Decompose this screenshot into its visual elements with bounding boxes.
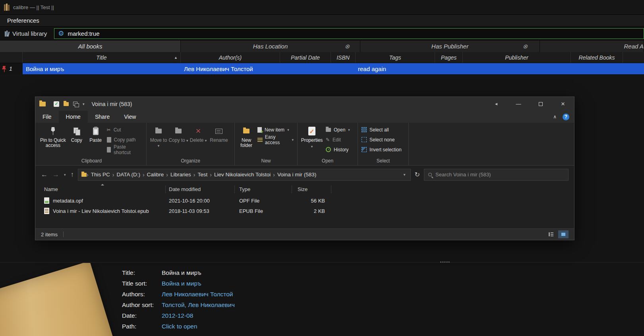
tab-read-again[interactable]: Read A — [540, 41, 644, 52]
new-folder-quick-icon[interactable] — [64, 102, 69, 106]
row-cells[interactable]: Война и миръ Лев Николаевич Толстой read… — [23, 63, 644, 74]
up-icon[interactable]: ↑ — [71, 171, 74, 179]
new-folder-icon — [243, 129, 249, 133]
splitter-handle-icon[interactable]: ••••• — [440, 260, 451, 264]
select-none-button[interactable]: Select none — [360, 135, 403, 144]
address-bar[interactable]: › This PC › DATA (D:) › Calibre › Librar… — [78, 169, 411, 181]
column-title[interactable]: Title ▲ — [23, 52, 181, 63]
cell-isbn[interactable] — [331, 63, 356, 74]
book-cover[interactable] — [0, 263, 119, 336]
cell-partial-date[interactable] — [280, 63, 331, 74]
close-tab-icon[interactable]: ⊗ — [344, 43, 350, 50]
delete-button[interactable]: × Delete ▾ — [188, 124, 208, 157]
book-row[interactable]: 1 Война и миръ Лев Николаевич Толстой re… — [0, 63, 644, 74]
search-value[interactable]: marked:true — [68, 30, 100, 37]
move-to-caret-icon: ▾ — [158, 144, 160, 148]
gear-icon[interactable]: ⚙ — [58, 30, 64, 37]
tab-read-again-label: Read A — [624, 43, 644, 50]
detail-value-title-sort[interactable]: Война и миръ — [162, 280, 235, 287]
open-button[interactable]: Open ▾ — [324, 126, 352, 134]
rename-button[interactable]: Rename — [208, 124, 230, 157]
breadcrumb-calibre[interactable]: Calibre — [145, 172, 166, 178]
breadcrumb-book-folder[interactable]: Voina i mir (583) — [275, 172, 319, 178]
detail-value-author-sort[interactable]: Толстой, Лев Николаевич — [162, 301, 235, 309]
new-item-button[interactable]: New item ▾ — [256, 126, 295, 134]
column-related-books[interactable]: Related Books — [571, 52, 623, 63]
pin-to-quick-access-button[interactable]: Pin to Quick access — [39, 124, 67, 157]
column-tags[interactable]: Tags — [356, 52, 435, 63]
copy-to-button[interactable]: Copy to ▾ — [168, 124, 188, 157]
forward-icon[interactable]: → — [52, 171, 59, 179]
new-folder-button[interactable]: New folder — [237, 124, 256, 157]
cut-button[interactable]: ✂ Cut — [105, 126, 144, 134]
back-icon[interactable]: ← — [41, 171, 48, 179]
help-icon[interactable]: ? — [563, 114, 569, 120]
file-row-epub[interactable]: Voina i mir - Liev Nikolaievich Tolstoi.… — [35, 206, 574, 216]
file-row-metadata-opf[interactable]: metadata.opf 2021-10-16 20:00 OPF File 5… — [35, 195, 574, 206]
tab-share[interactable]: Share — [88, 111, 117, 123]
invert-selection-button[interactable]: Invert selection — [360, 145, 403, 154]
detail-value-path[interactable]: Click to open — [162, 323, 235, 330]
file-column-date-modified[interactable]: Date modified — [166, 185, 235, 193]
tab-has-publisher[interactable]: Has Publisher ⊗ — [360, 41, 540, 52]
cell-rest[interactable] — [435, 63, 644, 74]
maximize-button[interactable] — [530, 97, 552, 111]
column-publisher[interactable]: Publisher — [463, 52, 571, 63]
recent-locations-caret-icon[interactable]: ▾ — [64, 173, 66, 177]
breadcrumb-libraries[interactable]: Libraries — [168, 172, 193, 178]
file-column-type[interactable]: Type — [235, 185, 292, 193]
select-all-button[interactable]: Select all — [360, 126, 403, 134]
close-tab-icon[interactable]: ⊗ — [522, 43, 528, 50]
cell-title[interactable]: Война и миръ — [23, 63, 181, 74]
cell-authors[interactable]: Лев Николаевич Толстой — [181, 63, 280, 74]
paste-shortcut-button[interactable]: Paste shortcut — [105, 145, 144, 154]
ribbon-pin-arrow-icon[interactable]: ◄ — [485, 97, 507, 111]
column-authors[interactable]: Author(s) — [181, 52, 280, 63]
move-to-button[interactable]: Move to ▾ — [149, 124, 168, 157]
edit-button[interactable]: ✎ Edit — [324, 135, 352, 144]
tab-view[interactable]: View — [117, 111, 143, 123]
breadcrumb-test[interactable]: Test — [195, 172, 210, 178]
column-partial-date[interactable]: Partial Date — [280, 52, 331, 63]
tab-has-location[interactable]: Has Location ⊗ — [181, 41, 360, 52]
calibre-titlebar: calibre — || Test || — [0, 0, 644, 15]
collapse-ribbon-icon[interactable]: ∧ — [553, 114, 557, 120]
easy-access-button[interactable]: Easy access ▾ — [256, 135, 295, 144]
close-button[interactable]: × — [552, 97, 574, 111]
explorer-titlebar[interactable]: ✓ ▾ Voina i mir (583) ◄ — × — [35, 97, 574, 111]
tab-file[interactable]: File — [35, 111, 59, 123]
copy-path-button[interactable]: Copy path — [105, 135, 144, 144]
copy-to-label: Copy to — [168, 137, 185, 143]
tab-home[interactable]: Home — [59, 111, 88, 123]
breadcrumb-author[interactable]: Liev Nikolaievich Tolstoi — [212, 172, 273, 178]
details-splitter[interactable] — [0, 262, 644, 263]
address-dropdown-caret-icon[interactable]: ▾ — [402, 172, 407, 177]
file-date: 2021-10-16 20:00 — [166, 198, 235, 204]
tab-all-books[interactable]: All books — [0, 41, 181, 52]
file-column-size[interactable]: Size — [292, 185, 331, 193]
breadcrumb-this-pc[interactable]: This PC — [89, 172, 112, 178]
preferences-menu-item[interactable]: Preferences — [7, 17, 39, 24]
minimize-button[interactable]: — — [507, 97, 530, 111]
refresh-icon[interactable]: ↻ — [415, 171, 420, 178]
layers-quick-icon[interactable] — [73, 102, 78, 106]
properties-quick-icon[interactable]: ✓ — [54, 101, 59, 107]
file-column-name[interactable]: Name — [35, 185, 166, 193]
properties-button[interactable]: ✓ Properties ▾ — [300, 124, 324, 157]
column-isbn[interactable]: ISBN — [331, 52, 356, 63]
virtual-library-button[interactable]: Virtual library — [0, 30, 52, 37]
column-pages[interactable]: Pages — [435, 52, 463, 63]
new-folder-label: New folder — [237, 138, 256, 148]
history-button[interactable]: History — [324, 145, 352, 154]
paste-button[interactable]: Paste — [86, 124, 105, 157]
explorer-search-input[interactable]: Search Voina i mir (583) — [424, 169, 569, 181]
breadcrumb-drive[interactable]: DATA (D:) — [114, 172, 143, 178]
detail-value-date[interactable]: 2012-12-08 — [162, 312, 235, 319]
cell-tags[interactable]: read again — [356, 63, 435, 74]
details-view-button[interactable] — [546, 230, 556, 238]
search-input[interactable]: ⚙ marked:true — [54, 28, 644, 39]
copy-button[interactable]: Copy — [67, 124, 86, 157]
thumbnails-view-button[interactable] — [558, 230, 569, 238]
qat-customize-caret-icon[interactable]: ▾ — [83, 102, 85, 106]
detail-value-authors[interactable]: Лев Николаевич Толстой — [162, 291, 235, 298]
